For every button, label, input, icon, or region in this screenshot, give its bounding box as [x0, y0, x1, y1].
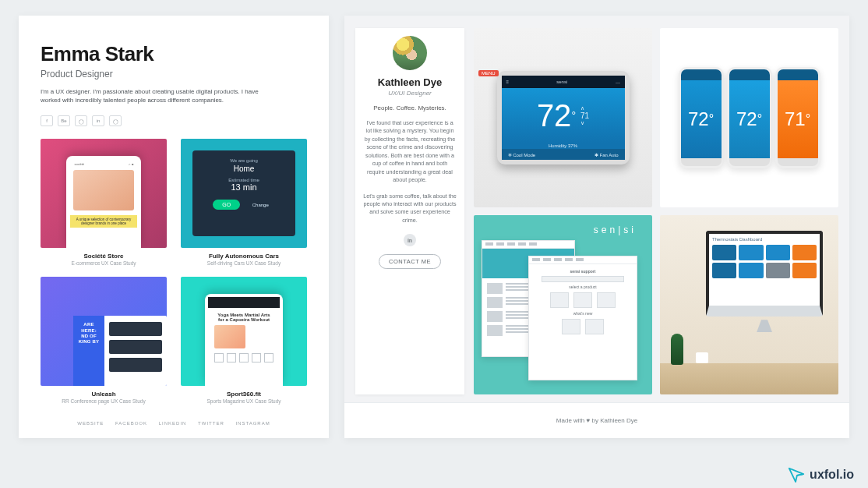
linkedin-icon[interactable]: in [404, 234, 416, 246]
social-links: f Be ◯ in ◯ [41, 115, 307, 126]
linkedin-icon[interactable]: in [92, 115, 104, 126]
uxfolio-watermark[interactable]: uxfol.io [788, 466, 854, 483]
phone-mockup: 72° [679, 67, 724, 168]
desk-decor [660, 363, 838, 394]
mug-decor [696, 352, 708, 363]
portfolio-footer: Made with ♥ by Kathleen Dye [344, 402, 849, 438]
project-thumbnail: We are going Home Estimated time 13 min … [181, 139, 307, 248]
behance-icon[interactable]: Be [58, 115, 70, 126]
project-card[interactable]: Yoga Meets Martial Arts for a Capoeira W… [181, 277, 307, 407]
social-icon[interactable]: ◯ [109, 115, 122, 126]
project-thumbnail: société⌕ ☰ A unique selection of contemp… [41, 139, 167, 248]
bio-paragraph: Let's grab some coffee, talk about the p… [363, 193, 457, 225]
project-grid: MENU ≡sensi⋯ 72° ∧ 71 ∨ Humidity 37% [474, 28, 838, 394]
plant-decor [671, 334, 683, 365]
widget-mockup: We are going Home Estimated time 13 min … [192, 150, 295, 236]
mock-headline: ARE HERE: ND OF KING BY [73, 316, 104, 386]
dashboard-title: Thermostats Dashboard [712, 237, 817, 242]
imac-stand [757, 320, 772, 332]
person-name: Emma Stark [41, 42, 307, 66]
browser-mockup: sensi support select a product what's ne… [528, 256, 637, 380]
phone-mockup: Yoga Meets Martial Arts for a Capoeira W… [205, 294, 283, 386]
stacked-windows: sensi support select a product what's ne… [482, 240, 644, 365]
project-title: Sport360.fit [181, 391, 307, 398]
mock-headline: Yoga Meets Martial Arts for a Capoeira W… [214, 313, 273, 322]
person-bio: I'm a UX designer. I'm passionate about … [41, 87, 259, 104]
project-title: Fully Autonomous Cars [181, 253, 307, 260]
project-subtitle: RR Conference page UX Case Study [41, 398, 167, 404]
footer-link[interactable]: INSTAGRAM [235, 421, 270, 426]
bio-paragraph: I've found that user experience is a lot… [363, 119, 457, 185]
sidebar-profile: Kathleen Dye UX/UI Designer People. Coff… [355, 28, 464, 394]
facebook-icon[interactable]: f [41, 115, 53, 126]
person-role: UX/UI Designer [363, 90, 457, 97]
footer-link[interactable]: FACEBOOK [115, 421, 147, 426]
project-card[interactable]: We are going Home Estimated time 13 min … [181, 139, 307, 269]
project-tile-dashboard[interactable]: Thermostats Dashboard [660, 215, 838, 394]
mock-strip: A unique selection of contemporary desig… [70, 215, 137, 228]
project-subtitle: E-commerce UX Case Study [41, 260, 167, 266]
footer-links: WEBSITE FACEBOOK LINKEDIN TWITTER INSTAG… [41, 421, 307, 426]
mock-brand: société [74, 162, 84, 167]
footer-link[interactable]: TWITTER [198, 421, 224, 426]
dribbble-icon[interactable]: ◯ [75, 115, 87, 126]
web-mockup: ARE HERE: ND OF KING BY [73, 316, 167, 386]
sensi-logo: sen|si [594, 225, 637, 235]
contact-button[interactable]: CONTACT ME [379, 254, 441, 269]
person-role: Product Designer [41, 69, 307, 80]
project-thumbnail: ARE HERE: ND OF KING BY [41, 277, 167, 386]
project-card[interactable]: société⌕ ☰ A unique selection of contemp… [41, 139, 167, 269]
portfolio-emma: Emma Stark Product Designer I'm a UX des… [19, 16, 329, 438]
paper-plane-icon [788, 466, 805, 483]
avatar [393, 36, 427, 70]
thermostat-mockup: ≡sensi⋯ 72° ∧ 71 ∨ Humidity 37% ❄ Cool M… [497, 71, 630, 164]
imac-mockup: Thermostats Dashboard [706, 231, 823, 316]
change-button: Change [246, 200, 275, 210]
project-thumbnail: Yoga Meets Martial Arts for a Capoeira W… [181, 277, 307, 386]
menu-badge: MENU [478, 70, 499, 76]
watermark-text: uxfol.io [810, 468, 854, 482]
project-card[interactable]: ARE HERE: ND OF KING BY Unleash RR Confe… [41, 277, 167, 407]
project-grid: société⌕ ☰ A unique selection of contemp… [41, 139, 307, 407]
go-button: GO [213, 200, 240, 210]
project-tile-thermostat[interactable]: MENU ≡sensi⋯ 72° ∧ 71 ∨ Humidity 37% [474, 28, 652, 207]
project-tile-sensi-web[interactable]: sen|si [474, 215, 652, 394]
project-title: Unleash [41, 391, 167, 398]
tagline: People. Coffee. Mysteries. [363, 104, 457, 111]
footer-link[interactable]: LINKEDIN [159, 421, 187, 426]
footer-credit: Made with ♥ by Kathleen Dye [556, 417, 637, 424]
project-title: Société Store [41, 253, 167, 260]
phone-mockup: 72° [727, 67, 772, 168]
project-subtitle: Sports Magazine UX Case Study [181, 398, 307, 404]
project-tile-phones[interactable]: 72° 72° 71° [660, 28, 838, 207]
person-name: Kathleen Dye [363, 76, 457, 88]
project-subtitle: Self-driving Cars UX Case Study [181, 260, 307, 266]
footer-link[interactable]: WEBSITE [77, 421, 104, 426]
phone-mockup: société⌕ ☰ A unique selection of contemp… [66, 156, 141, 248]
portfolio-kathleen: Kathleen Dye UX/UI Designer People. Coff… [344, 16, 849, 438]
phone-mockup: 71° [775, 67, 820, 168]
temperature-value: 72 [537, 98, 572, 133]
